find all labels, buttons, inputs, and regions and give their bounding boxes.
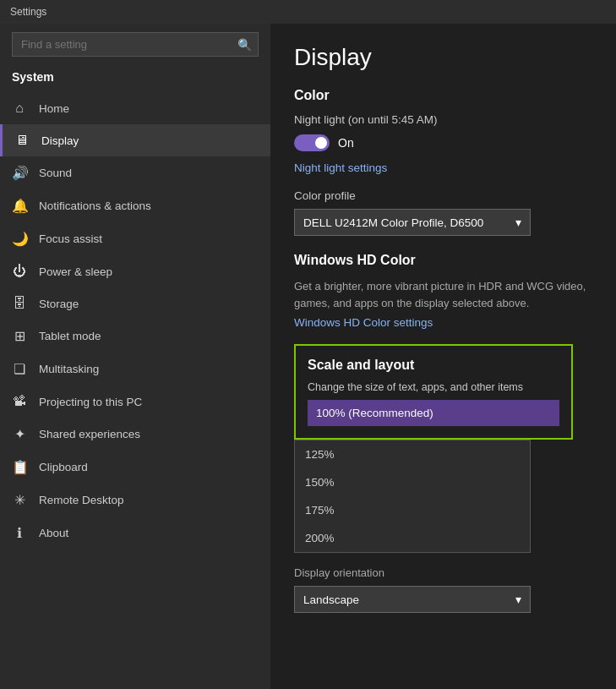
clipboard-icon: 📋 <box>12 459 27 475</box>
notifications-icon: 🔔 <box>12 198 27 214</box>
sidebar-item-home[interactable]: ⌂ Home <box>0 92 270 124</box>
search-icon: 🔍 <box>237 38 252 52</box>
sidebar-item-storage[interactable]: 🗄 Storage <box>0 287 270 320</box>
sidebar-item-about[interactable]: ℹ About <box>0 517 270 550</box>
sidebar-label-remote: Remote Desktop <box>39 494 124 506</box>
scale-option-125[interactable]: 125% <box>295 440 530 468</box>
hd-color-desc: Get a brighter, more vibrant picture in … <box>294 278 592 311</box>
sidebar-label-projecting: Projecting to this PC <box>39 396 142 408</box>
hd-color-section: Windows HD Color Get a brighter, more vi… <box>294 253 592 329</box>
scale-option-200[interactable]: 200% <box>295 524 530 552</box>
night-light-label: Night light (on until 5:45 AM) <box>294 113 592 126</box>
hd-color-title: Windows HD Color <box>294 253 592 268</box>
tablet-icon: ⊞ <box>12 328 27 344</box>
chevron-down-icon-orientation: ▾ <box>515 593 521 606</box>
main-content: Display Color Night light (on until 5:45… <box>270 24 616 689</box>
about-icon: ℹ <box>12 525 27 541</box>
orientation-value: Landscape <box>303 593 359 606</box>
power-icon: ⏻ <box>12 264 27 279</box>
sidebar-system-label: System <box>0 65 270 92</box>
scale-dropdown-list: 125% 150% 175% 200% <box>294 440 531 553</box>
orientation-dropdown[interactable]: Landscape ▾ <box>294 586 531 613</box>
scale-option-175[interactable]: 175% <box>295 496 530 524</box>
scale-section-title: Scale and layout <box>308 358 559 373</box>
sidebar-item-projecting[interactable]: 📽 Projecting to this PC <box>0 386 270 418</box>
sidebar-label-focus: Focus assist <box>39 232 102 245</box>
sidebar-label-notifications: Notifications & actions <box>39 200 151 212</box>
night-light-toggle-row: On <box>294 134 592 151</box>
sidebar-item-sound[interactable]: 🔊 Sound <box>0 156 270 189</box>
search-input[interactable] <box>12 32 259 57</box>
sidebar-label-about: About <box>39 527 68 539</box>
orientation-label: Display orientation <box>294 566 592 579</box>
night-light-toggle[interactable] <box>294 134 330 151</box>
sidebar-label-clipboard: Clipboard <box>39 461 88 473</box>
sidebar-label-shared: Shared experiences <box>39 428 140 440</box>
search-container: 🔍 <box>12 32 259 57</box>
sidebar-item-multitasking[interactable]: ❏ Multitasking <box>0 353 270 386</box>
page-title: Display <box>294 44 592 71</box>
remote-icon: ✳ <box>12 492 27 508</box>
sidebar-item-display[interactable]: 🖥 Display <box>0 124 270 156</box>
home-icon: ⌂ <box>12 101 27 116</box>
sidebar-label-multitasking: Multitasking <box>39 363 99 375</box>
sidebar-label-storage: Storage <box>39 298 79 310</box>
sidebar-label-tablet: Tablet mode <box>39 330 101 342</box>
scale-change-label: Change the size of text, apps, and other… <box>308 381 559 393</box>
projecting-icon: 📽 <box>12 394 27 409</box>
sidebar-item-tablet[interactable]: ⊞ Tablet mode <box>0 320 270 353</box>
sidebar-label-sound: Sound <box>39 167 72 179</box>
title-bar-label: Settings <box>10 6 46 18</box>
orientation-section: Display orientation Landscape ▾ <box>294 566 592 613</box>
sound-icon: 🔊 <box>12 165 27 181</box>
color-section-title: Color <box>294 88 592 103</box>
sidebar-label-display: Display <box>41 134 79 147</box>
sidebar-item-remote[interactable]: ✳ Remote Desktop <box>0 484 270 517</box>
sidebar-label-power: Power & sleep <box>39 265 112 278</box>
multitasking-icon: ❏ <box>12 361 27 377</box>
scale-option-150[interactable]: 150% <box>295 468 530 496</box>
sidebar-item-notifications[interactable]: 🔔 Notifications & actions <box>0 189 270 222</box>
color-profile-label: Color profile <box>294 189 592 202</box>
title-bar: Settings <box>0 0 616 24</box>
shared-icon: ✦ <box>12 426 27 442</box>
sidebar: 🔍 System ⌂ Home 🖥 Display 🔊 Sound 🔔 Noti… <box>0 24 270 689</box>
color-profile-dropdown[interactable]: DELL U2412M Color Profile, D6500 ▾ <box>294 209 531 236</box>
focus-icon: 🌙 <box>12 231 27 247</box>
display-icon: 🖥 <box>14 133 30 148</box>
sidebar-item-clipboard[interactable]: 📋 Clipboard <box>0 451 270 484</box>
scale-layout-box: Scale and layout Change the size of text… <box>294 344 573 440</box>
hd-color-settings-link[interactable]: Windows HD Color settings <box>294 316 592 329</box>
sidebar-item-shared[interactable]: ✦ Shared experiences <box>0 418 270 451</box>
sidebar-item-power[interactable]: ⏻ Power & sleep <box>0 255 270 287</box>
color-profile-value: DELL U2412M Color Profile, D6500 <box>303 216 483 229</box>
sidebar-label-home: Home <box>39 102 69 115</box>
chevron-down-icon: ▾ <box>515 216 521 229</box>
storage-icon: 🗄 <box>12 296 27 311</box>
sidebar-item-focus[interactable]: 🌙 Focus assist <box>0 222 270 255</box>
night-light-toggle-label: On <box>338 136 354 150</box>
night-light-settings-link[interactable]: Night light settings <box>294 161 592 174</box>
scale-selected-option[interactable]: 100% (Recommended) <box>308 400 559 426</box>
